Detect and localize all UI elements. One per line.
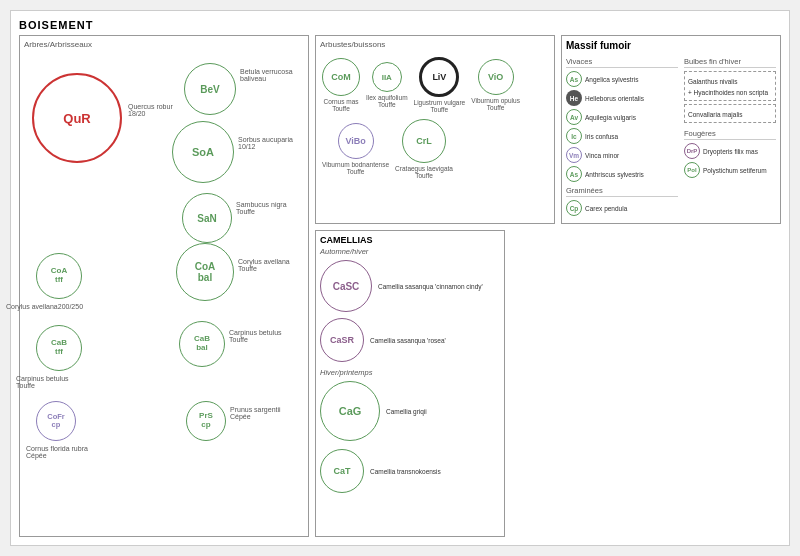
camellia-hiver-section: Hiver/printemps CaG Camellia griqii CaT … (320, 368, 500, 493)
fougere-pol: Pol Polystichum setiferum (684, 162, 776, 178)
left-panel-title: Arbres/Arbrisseaux (24, 40, 304, 49)
camellia-casc: CaSC Camellia sasanqua 'cinnamon cindy' (320, 260, 500, 312)
circle-coa-tff: CoAtff Corylus avellana200/250 (36, 253, 82, 299)
top-right: Arbustes/buissons CoM Cornus masTouffe I… (315, 35, 781, 224)
bulbes-title: Bulbes fin d'hiver (684, 57, 776, 68)
circle-prs: PrScp Prunus sargentiiCépée (186, 401, 226, 441)
vivaces-title: Vivaces (566, 57, 678, 68)
camellia-title: CAMELLIAS (320, 235, 500, 245)
arb-vibo: ViBo Viburnum bodnantenseTouffe (322, 123, 389, 175)
vivace-vi: Vm Vinca minor (566, 147, 678, 163)
circle-san: SaN Sambucus nigraTouffe (182, 193, 232, 243)
circle-cab-tff: CaBtff Carpinus betulusTouffe (36, 325, 82, 371)
arb-com: CoM Cornus masTouffe (322, 58, 360, 112)
camellia-casr: CaSR Camellia sasanqua 'rosea' (320, 318, 500, 362)
massif-title: Massif fumoir (566, 40, 776, 51)
camellia-cat: CaT Camellia transnokoensis (320, 449, 500, 493)
circle-cabbal: CaBbal Carpinus betulusTouffe (179, 321, 225, 367)
fougere-drp: DrP Dryopteris filix mas (684, 143, 776, 159)
camellia-panel: CAMELLIAS Automne/hiver CaSC Camellia sa… (315, 230, 505, 537)
left-panel: Arbres/Arbrisseaux QuR Quercus robur18/2… (19, 35, 309, 537)
camellia-hiver-label: Hiver/printemps (320, 368, 500, 377)
fougeres-title: Fougères (684, 129, 776, 140)
camellia-cag: CaG Camellia griqii (320, 381, 500, 441)
main-page: BOISEMENT Arbres/Arbrisseaux QuR Quercus… (10, 10, 790, 546)
arb-crl: CrL Crataegus laevigataTouffe (395, 119, 453, 179)
content-area: Arbres/Arbrisseaux QuR Quercus robur18/2… (19, 35, 781, 537)
bulbes-box2: Convallaria majalis (684, 104, 776, 123)
camellia-automne-label: Automne/hiver (320, 247, 500, 256)
bottom-right: CAMELLIAS Automne/hiver CaSC Camellia sa… (315, 230, 781, 537)
vivaces-section: Vivaces As Angelica sylvestris He Helleb… (566, 57, 678, 219)
vivace-as2: As Anthriscus sylvestris (566, 166, 678, 182)
arb-liv: LiV Ligustrum vulgareTouffe (414, 57, 466, 113)
page-title: BOISEMENT (19, 19, 781, 31)
vivace-ic: Ic Iris confusa (566, 128, 678, 144)
circle-qur: QuR Quercus robur18/20 (32, 73, 122, 163)
right-area: Arbustes/buissons CoM Cornus masTouffe I… (315, 35, 781, 537)
graminees-title: Graminées (566, 186, 678, 197)
circle-bev: BeV Betula verrucosabaliveau (184, 63, 236, 115)
vivace-aq: Av Aquilegia vulgaris (566, 109, 678, 125)
circle-cofr: CoFrcp Cornus florida rubraCépée (36, 401, 76, 441)
arbustes-panel: Arbustes/buissons CoM Cornus masTouffe I… (315, 35, 555, 224)
vivace-as: As Angelica sylvestris (566, 71, 678, 87)
empty-filler (511, 230, 781, 537)
arb-iia: IIA Ilex aquifoliumTouffe (366, 62, 408, 108)
circle-soa: SoA Sorbus aucuparia10/12 (172, 121, 234, 183)
massif-panel: Massif fumoir Vivaces As Angelica sylves… (561, 35, 781, 224)
bulbes-box1: Galanthus nivalis+ Hyacinthoides non scr… (684, 71, 776, 101)
circle-coabal: CoAbal Corylus avellanaTouffe (176, 243, 234, 301)
arb-vio: ViO Viburnum opulusTouffe (471, 59, 520, 111)
camellia-automne-section: Automne/hiver CaSC Camellia sasanqua 'ci… (320, 247, 500, 362)
bulbes-fougeres-section: Bulbes fin d'hiver Galanthus nivalis+ Hy… (684, 57, 776, 219)
arbustes-title: Arbustes/buissons (320, 40, 550, 49)
graminee-cp: Cp Carex pendula (566, 200, 678, 216)
vivace-he: He Helleborus orientalis (566, 90, 678, 106)
